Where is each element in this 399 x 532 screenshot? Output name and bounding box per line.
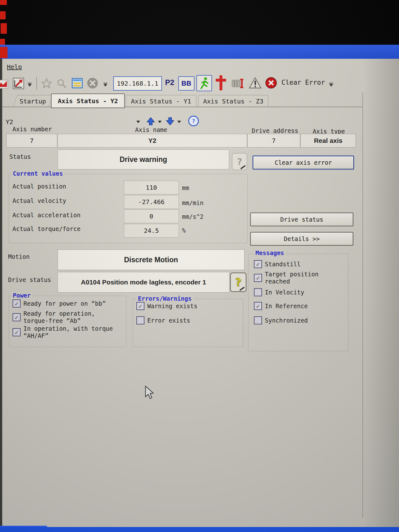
axis-type-value: Real axis bbox=[301, 134, 356, 148]
menu-help[interactable]: Help bbox=[7, 63, 22, 71]
drive-address-header: Drive address bbox=[252, 127, 298, 134]
power-checkbox-row: ✓ In operation, with torque “AH/AF” bbox=[13, 325, 121, 339]
message-checkbox-row: Synchronized bbox=[254, 316, 343, 324]
checkbox: ✓ bbox=[254, 274, 262, 282]
warning-icon[interactable] bbox=[248, 76, 262, 89]
motion-label: Motion bbox=[8, 253, 30, 260]
unit-label: mm/s^2 bbox=[182, 213, 204, 220]
message-checkbox-row: In Velocity bbox=[254, 288, 343, 296]
taskbar-edge bbox=[0, 527, 399, 532]
checkbox-label: Ready for power on “bb” bbox=[23, 300, 106, 307]
tab-label: Axis Status - Z3 bbox=[203, 98, 264, 105]
panel-right-divider bbox=[362, 93, 363, 518]
axis-selector-dropdown-caret[interactable] bbox=[136, 121, 140, 123]
chart-icon[interactable] bbox=[0, 79, 8, 89]
axis-number-header: Axis number bbox=[13, 126, 52, 133]
bb-button[interactable]: BB bbox=[178, 76, 194, 91]
checkbox-label: In Velocity bbox=[265, 289, 304, 296]
checkbox: ✓ bbox=[254, 260, 262, 268]
toolbar-overflow-caret[interactable] bbox=[329, 82, 333, 88]
unit-label: mm bbox=[182, 184, 189, 191]
unit-label: mm/min bbox=[182, 199, 204, 206]
tab-label: Axis Status - Y2 bbox=[58, 97, 118, 105]
value-row-label: Actual velocity bbox=[13, 197, 66, 204]
message-checkbox-row: ✓ In Reference bbox=[254, 302, 343, 310]
tab-startup[interactable]: Startup bbox=[13, 95, 53, 107]
question-glyph: ? bbox=[235, 276, 242, 289]
toolbar-overflow-caret[interactable] bbox=[28, 82, 32, 88]
target-ip-input[interactable]: 192.168.1.1 bbox=[113, 76, 162, 91]
checkbox-label: Standstill bbox=[265, 261, 301, 268]
checkbox: ✓ bbox=[254, 302, 262, 310]
trend-arrow-icon[interactable] bbox=[13, 78, 24, 89]
screen-glare bbox=[1, 23, 7, 34]
checkbox: ✓ bbox=[13, 328, 21, 336]
checkbox-label: Warning exists bbox=[147, 303, 197, 310]
checkbox: ✓ bbox=[136, 302, 144, 310]
clear-error-button[interactable]: Clear Error bbox=[281, 79, 325, 86]
axis-selector-value[interactable]: Y2 bbox=[6, 118, 13, 126]
question-glyph: ? bbox=[237, 156, 242, 167]
move-up-options-caret[interactable] bbox=[158, 121, 162, 123]
drive-status-value: A0104 Position mode lagless, encoder 1 bbox=[58, 272, 230, 293]
checkbox-label: Target position reached bbox=[265, 271, 332, 285]
window-left-edge bbox=[0, 59, 2, 532]
axis-name-header: Axis name bbox=[135, 126, 167, 133]
errors-checkbox-row: Error exists bbox=[136, 316, 236, 324]
errors-checkbox-row: ✓ Warning exists bbox=[136, 302, 236, 310]
report-icon[interactable] bbox=[71, 78, 83, 89]
cancel-icon[interactable] bbox=[86, 77, 99, 89]
tab-label: Startup bbox=[20, 98, 46, 105]
details-button[interactable]: Details >> bbox=[250, 232, 353, 246]
help-icon[interactable]: ? bbox=[188, 116, 199, 126]
checkbox bbox=[254, 288, 262, 296]
power-title: Power bbox=[11, 292, 32, 299]
errors-warnings-title: Errors/Warnings bbox=[136, 295, 193, 302]
axis-name-value: Y2 bbox=[58, 134, 247, 148]
clear-axis-error-button[interactable]: Clear axis error bbox=[253, 156, 354, 169]
drive-address-value: 7 bbox=[247, 134, 300, 148]
window-titlebar bbox=[0, 45, 399, 59]
messages-title: Messages bbox=[254, 249, 286, 256]
tab-axis-status-y1[interactable]: Axis Status - Y1 bbox=[126, 95, 196, 107]
status-help-icon[interactable]: ? bbox=[232, 153, 247, 170]
message-checkbox-row: ✓ Target position reached bbox=[254, 271, 343, 285]
power-checkbox-row: ✓ Ready for operation, torque-free “Ab” bbox=[13, 310, 121, 324]
cross-icon[interactable] bbox=[214, 74, 228, 91]
mouse-cursor bbox=[144, 386, 154, 401]
move-down-options-caret[interactable] bbox=[177, 121, 181, 123]
tab-axis-status-y2[interactable]: Axis Status - Y2 bbox=[51, 93, 125, 108]
tab-label: Axis Status - Y1 bbox=[131, 98, 191, 105]
checkbox-label: In Reference bbox=[265, 303, 308, 310]
message-checkbox-row: ✓ Standstill bbox=[254, 260, 343, 268]
drive-status-help-icon[interactable]: ? bbox=[230, 273, 246, 292]
move-down-button[interactable] bbox=[166, 117, 174, 127]
run-mode-icon[interactable] bbox=[196, 75, 212, 91]
p2-indicator: P2 bbox=[165, 78, 174, 87]
value-row-label: Actual acceleration bbox=[13, 212, 80, 218]
motion-value: Discrete Motion bbox=[58, 249, 245, 270]
screen-photo: Help 192.168.1.1 P2 BB Clear Error bbox=[0, 0, 399, 532]
drive-icon[interactable] bbox=[231, 77, 245, 90]
checkbox-label: Ready for operation, torque-free “Ab” bbox=[23, 310, 121, 324]
checkbox: ✓ bbox=[13, 313, 21, 321]
checkbox-label: Error exists bbox=[147, 317, 190, 324]
value-row-label: Actual torque/force bbox=[13, 225, 80, 232]
status-value: Drive warning bbox=[58, 149, 229, 169]
status-label: Status bbox=[9, 153, 31, 160]
checkbox-label: In operation, with torque “AH/AF” bbox=[23, 325, 121, 339]
move-up-button[interactable] bbox=[146, 117, 155, 127]
checkbox: ✓ bbox=[13, 299, 21, 308]
search-icon[interactable] bbox=[56, 78, 68, 89]
toolbar-overflow-caret[interactable] bbox=[103, 82, 108, 88]
drive-status-button[interactable]: Drive status bbox=[250, 213, 353, 226]
star-icon[interactable] bbox=[41, 78, 53, 89]
value-row-field: 110 bbox=[124, 181, 179, 194]
error-icon[interactable] bbox=[265, 76, 278, 89]
drive-status-label: Drive status bbox=[8, 276, 51, 283]
checkbox-label: Synchronized bbox=[265, 317, 308, 324]
tab-axis-status-z3[interactable]: Axis Status - Z3 bbox=[198, 95, 268, 107]
value-row-field: 24.5 bbox=[124, 224, 179, 238]
power-checkbox-row: ✓ Ready for power on “bb” bbox=[13, 299, 121, 308]
current-values-title: Current values bbox=[11, 170, 64, 177]
